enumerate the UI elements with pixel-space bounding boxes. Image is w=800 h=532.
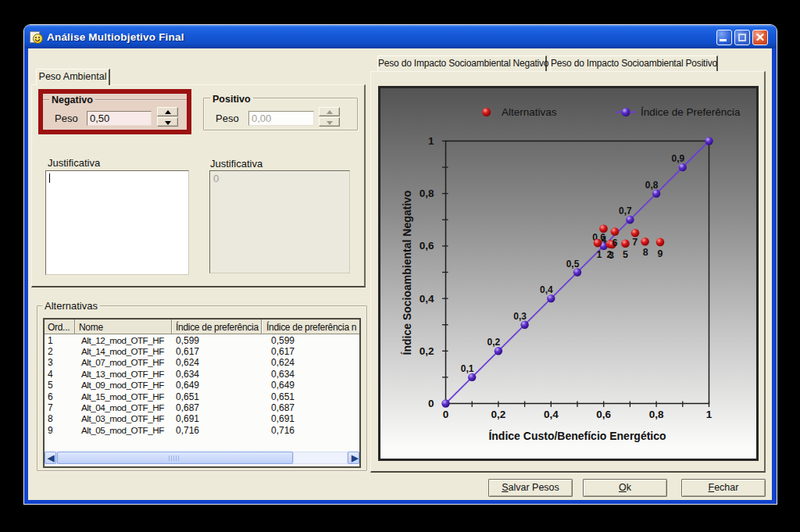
svg-text:0,6: 0,6 bbox=[596, 409, 611, 420]
svg-text:0,6: 0,6 bbox=[420, 240, 434, 252]
svg-text:8: 8 bbox=[643, 247, 648, 258]
svg-text:0,9: 0,9 bbox=[671, 153, 684, 164]
svg-text:0,2: 0,2 bbox=[491, 409, 506, 420]
svg-text:0: 0 bbox=[443, 409, 449, 420]
svg-text:0,8: 0,8 bbox=[649, 409, 664, 420]
svg-text:0,4: 0,4 bbox=[544, 409, 559, 420]
svg-text:1: 1 bbox=[706, 409, 712, 420]
svg-text:3: 3 bbox=[609, 250, 614, 261]
svg-text:0,7: 0,7 bbox=[619, 205, 632, 216]
svg-text:0,4: 0,4 bbox=[540, 284, 553, 295]
svg-text:0,5: 0,5 bbox=[566, 259, 580, 270]
svg-text:7: 7 bbox=[632, 237, 638, 248]
svg-text:0,8: 0,8 bbox=[645, 180, 659, 191]
svg-text:4: 4 bbox=[602, 234, 607, 245]
svg-text:1: 1 bbox=[597, 249, 602, 260]
svg-text:0,2: 0,2 bbox=[488, 337, 501, 348]
svg-text:1: 1 bbox=[428, 135, 434, 147]
svg-text:0: 0 bbox=[428, 398, 434, 409]
svg-text:Índice de Preferência: Índice de Preferência bbox=[641, 106, 741, 118]
svg-text:0,8: 0,8 bbox=[420, 187, 434, 199]
svg-text:0,1: 0,1 bbox=[461, 363, 474, 374]
svg-text:Índice Custo/Benefício Energét: Índice Custo/Benefício Energético bbox=[488, 430, 666, 442]
svg-text:9: 9 bbox=[658, 248, 663, 259]
svg-text:6: 6 bbox=[612, 237, 618, 248]
svg-text:0,2: 0,2 bbox=[420, 345, 434, 357]
svg-text:0,4: 0,4 bbox=[420, 293, 434, 305]
svg-text:5: 5 bbox=[623, 249, 628, 260]
svg-text:Índice Socioambiental Negativo: Índice Socioambiental Negativo bbox=[401, 191, 413, 355]
svg-text:0,3: 0,3 bbox=[513, 311, 527, 322]
svg-text:Alternativas: Alternativas bbox=[502, 106, 557, 118]
